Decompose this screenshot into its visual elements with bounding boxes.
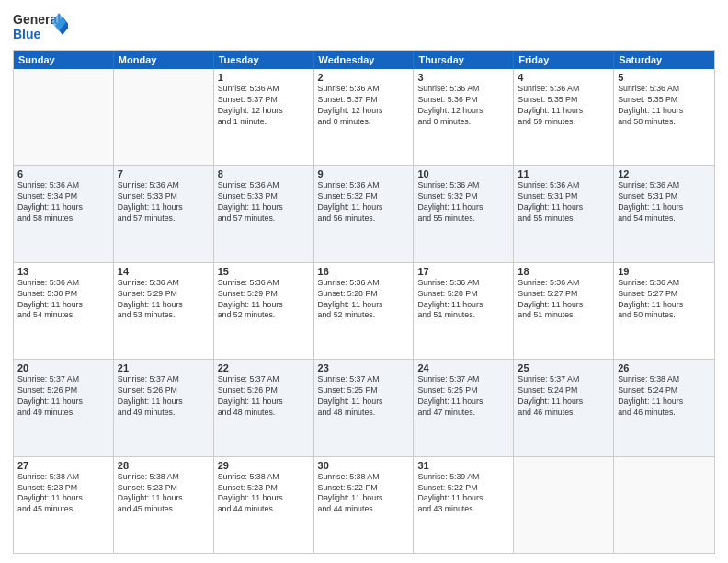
cal-cell-3-0: 20Sunrise: 5:37 AMSunset: 5:26 PMDayligh… xyxy=(14,360,114,455)
day-number: 17 xyxy=(417,266,509,277)
cell-info: Sunrise: 5:38 AMSunset: 5:23 PMDaylight:… xyxy=(118,472,210,516)
cal-cell-2-0: 13Sunrise: 5:36 AMSunset: 5:30 PMDayligh… xyxy=(14,263,114,359)
cal-cell-0-6: 5Sunrise: 5:36 AMSunset: 5:35 PMDaylight… xyxy=(614,69,714,165)
cell-info: Sunrise: 5:36 AMSunset: 5:27 PMDaylight:… xyxy=(618,278,711,322)
cal-cell-2-4: 17Sunrise: 5:36 AMSunset: 5:28 PMDayligh… xyxy=(414,263,514,359)
cell-info: Sunrise: 5:38 AMSunset: 5:23 PMDaylight:… xyxy=(17,472,109,516)
cal-cell-3-5: 25Sunrise: 5:37 AMSunset: 5:24 PMDayligh… xyxy=(514,360,614,455)
cal-cell-0-0 xyxy=(14,69,114,165)
cell-info: Sunrise: 5:36 AMSunset: 5:29 PMDaylight:… xyxy=(218,278,310,322)
day-number: 30 xyxy=(318,460,410,471)
day-number: 29 xyxy=(218,460,310,471)
header-day-wednesday: Wednesday xyxy=(314,51,415,69)
cell-info: Sunrise: 5:36 AMSunset: 5:37 PMDaylight:… xyxy=(218,84,310,128)
cell-info: Sunrise: 5:38 AMSunset: 5:22 PMDaylight:… xyxy=(318,472,410,516)
cal-cell-1-6: 12Sunrise: 5:36 AMSunset: 5:31 PMDayligh… xyxy=(614,166,714,261)
header: General Blue xyxy=(13,9,715,44)
cell-info: Sunrise: 5:36 AMSunset: 5:37 PMDaylight:… xyxy=(318,84,410,128)
header-day-saturday: Saturday xyxy=(614,51,714,69)
cell-info: Sunrise: 5:39 AMSunset: 5:22 PMDaylight:… xyxy=(417,472,509,516)
day-number: 20 xyxy=(17,362,109,373)
day-number: 27 xyxy=(17,460,109,471)
day-number: 14 xyxy=(118,266,210,277)
day-number: 28 xyxy=(118,460,210,471)
cal-cell-0-4: 3Sunrise: 5:36 AMSunset: 5:36 PMDaylight… xyxy=(414,69,514,165)
cal-cell-4-0: 27Sunrise: 5:38 AMSunset: 5:23 PMDayligh… xyxy=(14,457,114,553)
cal-cell-2-6: 19Sunrise: 5:36 AMSunset: 5:27 PMDayligh… xyxy=(614,263,714,359)
cell-info: Sunrise: 5:37 AMSunset: 5:26 PMDaylight:… xyxy=(218,374,310,419)
cal-cell-4-6 xyxy=(614,457,714,553)
cell-info: Sunrise: 5:36 AMSunset: 5:30 PMDaylight:… xyxy=(17,278,109,322)
day-number: 18 xyxy=(518,266,609,277)
day-number: 23 xyxy=(318,362,410,373)
header-day-monday: Monday xyxy=(114,51,214,69)
day-number: 13 xyxy=(17,266,109,277)
cal-cell-3-3: 23Sunrise: 5:37 AMSunset: 5:25 PMDayligh… xyxy=(314,360,415,455)
header-day-sunday: Sunday xyxy=(14,51,114,69)
week-row-4: 20Sunrise: 5:37 AMSunset: 5:26 PMDayligh… xyxy=(14,359,714,455)
cal-cell-3-1: 21Sunrise: 5:37 AMSunset: 5:26 PMDayligh… xyxy=(114,360,214,455)
week-row-5: 27Sunrise: 5:38 AMSunset: 5:23 PMDayligh… xyxy=(14,456,714,553)
cal-cell-0-3: 2Sunrise: 5:36 AMSunset: 5:37 PMDaylight… xyxy=(314,69,415,165)
cal-cell-2-3: 16Sunrise: 5:36 AMSunset: 5:28 PMDayligh… xyxy=(314,263,415,359)
day-number: 2 xyxy=(318,72,410,83)
calendar: SundayMondayTuesdayWednesdayThursdayFrid… xyxy=(13,50,715,554)
logo: General Blue xyxy=(13,9,68,44)
cal-cell-2-1: 14Sunrise: 5:36 AMSunset: 5:29 PMDayligh… xyxy=(114,263,214,359)
cal-cell-3-2: 22Sunrise: 5:37 AMSunset: 5:26 PMDayligh… xyxy=(214,360,314,455)
day-number: 22 xyxy=(218,362,310,373)
cal-cell-1-1: 7Sunrise: 5:36 AMSunset: 5:33 PMDaylight… xyxy=(114,166,214,261)
cal-cell-3-4: 24Sunrise: 5:37 AMSunset: 5:25 PMDayligh… xyxy=(414,360,514,455)
cell-info: Sunrise: 5:36 AMSunset: 5:33 PMDaylight:… xyxy=(118,180,210,224)
day-number: 25 xyxy=(518,362,609,373)
cal-cell-1-3: 9Sunrise: 5:36 AMSunset: 5:32 PMDaylight… xyxy=(314,166,415,261)
day-number: 7 xyxy=(118,168,210,179)
cell-info: Sunrise: 5:36 AMSunset: 5:29 PMDaylight:… xyxy=(118,278,210,322)
cal-cell-4-1: 28Sunrise: 5:38 AMSunset: 5:23 PMDayligh… xyxy=(114,457,214,553)
header-day-thursday: Thursday xyxy=(414,51,514,69)
svg-text:Blue: Blue xyxy=(13,27,41,41)
cell-info: Sunrise: 5:36 AMSunset: 5:36 PMDaylight:… xyxy=(417,84,509,128)
day-number: 9 xyxy=(318,168,410,179)
header-day-tuesday: Tuesday xyxy=(214,51,314,69)
day-number: 16 xyxy=(318,266,410,277)
day-number: 5 xyxy=(618,72,711,83)
cell-info: Sunrise: 5:36 AMSunset: 5:31 PMDaylight:… xyxy=(518,180,609,224)
cell-info: Sunrise: 5:36 AMSunset: 5:33 PMDaylight:… xyxy=(218,180,310,224)
day-number: 15 xyxy=(218,266,310,277)
cell-info: Sunrise: 5:38 AMSunset: 5:24 PMDaylight:… xyxy=(618,374,711,419)
cal-cell-1-2: 8Sunrise: 5:36 AMSunset: 5:33 PMDaylight… xyxy=(214,166,314,261)
week-row-3: 13Sunrise: 5:36 AMSunset: 5:30 PMDayligh… xyxy=(14,262,714,359)
cal-cell-0-2: 1Sunrise: 5:36 AMSunset: 5:37 PMDaylight… xyxy=(214,69,314,165)
cell-info: Sunrise: 5:36 AMSunset: 5:35 PMDaylight:… xyxy=(618,84,711,128)
day-number: 4 xyxy=(518,72,609,83)
cal-cell-2-2: 15Sunrise: 5:36 AMSunset: 5:29 PMDayligh… xyxy=(214,263,314,359)
cell-info: Sunrise: 5:36 AMSunset: 5:28 PMDaylight:… xyxy=(417,278,509,322)
cell-info: Sunrise: 5:36 AMSunset: 5:34 PMDaylight:… xyxy=(17,180,109,224)
cal-cell-3-6: 26Sunrise: 5:38 AMSunset: 5:24 PMDayligh… xyxy=(614,360,714,455)
day-number: 19 xyxy=(618,266,711,277)
cell-info: Sunrise: 5:36 AMSunset: 5:27 PMDaylight:… xyxy=(518,278,609,322)
cal-cell-4-5 xyxy=(514,457,614,553)
day-number: 12 xyxy=(618,168,711,179)
day-number: 31 xyxy=(417,460,509,471)
cal-cell-1-4: 10Sunrise: 5:36 AMSunset: 5:32 PMDayligh… xyxy=(414,166,514,261)
day-number: 10 xyxy=(417,168,509,179)
week-row-2: 6Sunrise: 5:36 AMSunset: 5:34 PMDaylight… xyxy=(14,165,714,261)
cal-cell-0-1 xyxy=(114,69,214,165)
cell-info: Sunrise: 5:37 AMSunset: 5:24 PMDaylight:… xyxy=(518,374,609,419)
day-number: 26 xyxy=(618,362,711,373)
cell-info: Sunrise: 5:36 AMSunset: 5:35 PMDaylight:… xyxy=(518,84,609,128)
cell-info: Sunrise: 5:37 AMSunset: 5:26 PMDaylight:… xyxy=(17,374,109,419)
cell-info: Sunrise: 5:36 AMSunset: 5:32 PMDaylight:… xyxy=(318,180,410,224)
day-number: 8 xyxy=(218,168,310,179)
day-number: 6 xyxy=(17,168,109,179)
cell-info: Sunrise: 5:36 AMSunset: 5:32 PMDaylight:… xyxy=(417,180,509,224)
calendar-header: SundayMondayTuesdayWednesdayThursdayFrid… xyxy=(14,51,714,69)
day-number: 1 xyxy=(218,72,310,83)
week-row-1: 1Sunrise: 5:36 AMSunset: 5:37 PMDaylight… xyxy=(14,69,714,165)
cell-info: Sunrise: 5:38 AMSunset: 5:23 PMDaylight:… xyxy=(218,472,310,516)
cell-info: Sunrise: 5:37 AMSunset: 5:26 PMDaylight:… xyxy=(118,374,210,419)
cal-cell-4-4: 31Sunrise: 5:39 AMSunset: 5:22 PMDayligh… xyxy=(414,457,514,553)
logo-svg: General Blue xyxy=(13,9,68,44)
